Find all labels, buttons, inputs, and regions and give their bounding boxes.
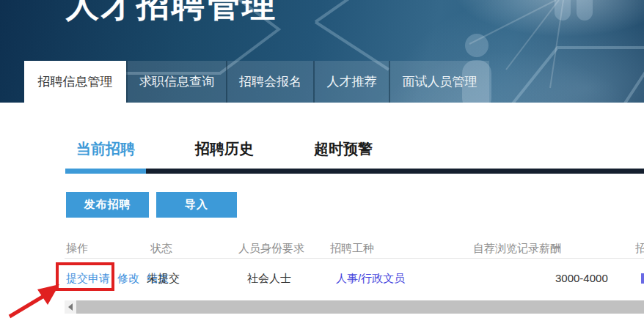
submit-application-link[interactable]: 提交申请 <box>66 272 110 284</box>
column-header-status: 状态 <box>150 242 172 256</box>
column-header-job-type: 招聘工种 <box>330 242 374 256</box>
tab-job-fair-signup[interactable]: 招聘会报名 <box>226 61 313 103</box>
identity-requirement-value: 社会人士 <box>247 272 291 286</box>
subtab-timeout-warning[interactable]: 超时预警 <box>303 139 384 159</box>
sub-tabbar: 当前招聘 招聘历史 超时预警 <box>65 139 422 159</box>
truncated-link-fragment <box>641 273 644 284</box>
page-header-banner: 人才招聘管理 招聘信息管理 求职信息查询 招聘会报名 人才推荐 面试人员管理 <box>0 0 644 103</box>
subtab-underline-track <box>65 169 644 174</box>
tab-talent-recommendation[interactable]: 人才推荐 <box>313 61 389 103</box>
tab-recruit-info-management[interactable]: 招聘信息管理 <box>24 61 126 103</box>
subtab-underline-active <box>65 169 146 174</box>
salary-value: 3000-4000 <box>555 272 608 284</box>
tab-interviewee-management[interactable]: 面试人员管理 <box>389 61 489 103</box>
subtab-recruitment-history[interactable]: 招聘历史 <box>184 139 265 159</box>
table-header-divider <box>65 258 644 259</box>
publish-recruitment-button[interactable]: 发布招聘 <box>66 192 149 218</box>
subtab-current-recruitment[interactable]: 当前招聘 <box>65 139 146 159</box>
column-header-truncated: 招 <box>635 242 644 256</box>
column-header-identity-requirement: 人员身份要求 <box>238 242 304 256</box>
main-tabbar: 招聘信息管理 求职信息查询 招聘会报名 人才推荐 面试人员管理 <box>24 61 489 103</box>
scroll-left-button[interactable] <box>65 300 76 314</box>
status-value: 未提交 <box>147 272 180 286</box>
modify-link[interactable]: 修改 <box>117 272 139 284</box>
scrollbar-thumb[interactable] <box>76 300 644 314</box>
annotation-arrow-icon <box>4 277 70 322</box>
horizontal-scrollbar[interactable] <box>65 300 644 314</box>
job-type-link[interactable]: 人事/行政文员 <box>336 272 405 286</box>
scroll-left-arrow-icon <box>68 303 73 311</box>
page-title: 人才招聘管理 <box>66 0 277 21</box>
recruitment-management-page: 人才招聘管理 招聘信息管理 求职信息查询 招聘会报名 人才推荐 面试人员管理 当… <box>0 0 644 329</box>
column-header-operation: 操作 <box>66 242 88 256</box>
column-header-self-recommend-views: 自荐浏览记录 <box>473 242 539 256</box>
column-header-salary: 薪酬 <box>539 242 561 256</box>
tab-jobseeker-info-query[interactable]: 求职信息查询 <box>126 61 226 103</box>
import-button[interactable]: 导入 <box>156 192 237 218</box>
